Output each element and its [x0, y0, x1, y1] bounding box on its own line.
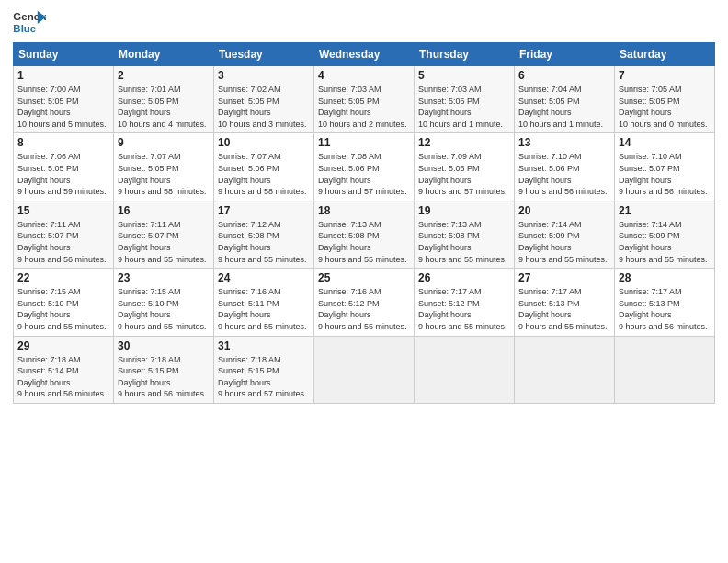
day-number: 19	[418, 204, 510, 217]
day-number: 16	[118, 204, 210, 217]
calendar-cell: 26Sunrise: 7:17 AMSunset: 5:12 PMDayligh…	[415, 269, 515, 336]
day-number: 6	[518, 69, 610, 82]
day-info: Sunrise: 7:05 AMSunset: 5:05 PMDaylight …	[619, 84, 711, 130]
calendar-cell: 10Sunrise: 7:07 AMSunset: 5:06 PMDayligh…	[214, 133, 314, 201]
calendar-cell: 18Sunrise: 7:13 AMSunset: 5:08 PMDayligh…	[314, 201, 415, 268]
day-info: Sunrise: 7:00 AMSunset: 5:05 PMDaylight …	[17, 84, 109, 130]
day-number: 3	[218, 69, 310, 82]
day-info: Sunrise: 7:10 AMSunset: 5:07 PMDaylight …	[619, 151, 711, 197]
day-number: 2	[118, 69, 210, 82]
day-info: Sunrise: 7:02 AMSunset: 5:05 PMDaylight …	[218, 84, 310, 130]
day-number: 8	[17, 136, 109, 149]
day-number: 20	[518, 204, 610, 217]
day-number: 1	[17, 69, 109, 82]
day-info: Sunrise: 7:17 AMSunset: 5:12 PMDaylight …	[418, 286, 510, 332]
day-number: 15	[17, 204, 109, 217]
calendar-cell: 14Sunrise: 7:10 AMSunset: 5:07 PMDayligh…	[615, 133, 715, 201]
calendar-cell: 1Sunrise: 7:00 AMSunset: 5:05 PMDaylight…	[14, 66, 114, 133]
day-number: 26	[418, 271, 510, 284]
day-info: Sunrise: 7:18 AMSunset: 5:15 PMDaylight …	[218, 354, 310, 400]
calendar-cell: 25Sunrise: 7:16 AMSunset: 5:12 PMDayligh…	[314, 269, 415, 336]
calendar-cell: 9Sunrise: 7:07 AMSunset: 5:05 PMDaylight…	[114, 133, 214, 201]
day-number: 23	[118, 271, 210, 284]
calendar-cell	[615, 336, 715, 403]
day-info: Sunrise: 7:16 AMSunset: 5:12 PMDaylight …	[318, 286, 410, 332]
calendar-cell: 6Sunrise: 7:04 AMSunset: 5:05 PMDaylight…	[515, 66, 615, 133]
day-info: Sunrise: 7:18 AMSunset: 5:14 PMDaylight …	[17, 354, 109, 400]
calendar-cell: 11Sunrise: 7:08 AMSunset: 5:06 PMDayligh…	[314, 133, 415, 201]
calendar: SundayMondayTuesdayWednesdayThursdayFrid…	[13, 42, 715, 404]
calendar-cell: 13Sunrise: 7:10 AMSunset: 5:06 PMDayligh…	[515, 133, 615, 201]
day-info: Sunrise: 7:07 AMSunset: 5:06 PMDaylight …	[218, 151, 310, 197]
weekday-header-sunday: Sunday	[14, 43, 114, 66]
calendar-cell	[515, 336, 615, 403]
weekday-header-thursday: Thursday	[415, 43, 515, 66]
day-number: 10	[218, 136, 310, 149]
calendar-cell: 27Sunrise: 7:17 AMSunset: 5:13 PMDayligh…	[515, 269, 615, 336]
svg-text:Blue: Blue	[13, 23, 36, 34]
day-info: Sunrise: 7:17 AMSunset: 5:13 PMDaylight …	[619, 286, 711, 332]
day-number: 7	[619, 69, 711, 82]
day-number: 9	[118, 136, 210, 149]
day-number: 25	[318, 271, 410, 284]
day-number: 13	[518, 136, 610, 149]
page: General Blue SundayMondayTuesdayWednesda…	[0, 0, 728, 563]
calendar-cell: 29Sunrise: 7:18 AMSunset: 5:14 PMDayligh…	[14, 336, 114, 403]
day-number: 29	[17, 339, 109, 352]
day-number: 31	[218, 339, 310, 352]
calendar-cell: 16Sunrise: 7:11 AMSunset: 5:07 PMDayligh…	[114, 201, 214, 268]
day-info: Sunrise: 7:08 AMSunset: 5:06 PMDaylight …	[318, 151, 410, 197]
day-number: 11	[318, 136, 410, 149]
calendar-cell: 22Sunrise: 7:15 AMSunset: 5:10 PMDayligh…	[14, 269, 114, 336]
day-info: Sunrise: 7:10 AMSunset: 5:06 PMDaylight …	[518, 151, 610, 197]
day-info: Sunrise: 7:03 AMSunset: 5:05 PMDaylight …	[418, 84, 510, 130]
calendar-cell: 12Sunrise: 7:09 AMSunset: 5:06 PMDayligh…	[415, 133, 515, 201]
header: General Blue	[13, 9, 715, 37]
day-info: Sunrise: 7:11 AMSunset: 5:07 PMDaylight …	[118, 219, 210, 265]
weekday-header-saturday: Saturday	[615, 43, 715, 66]
day-info: Sunrise: 7:13 AMSunset: 5:08 PMDaylight …	[418, 219, 510, 265]
day-info: Sunrise: 7:16 AMSunset: 5:11 PMDaylight …	[218, 286, 310, 332]
day-info: Sunrise: 7:06 AMSunset: 5:05 PMDaylight …	[17, 151, 109, 197]
calendar-cell: 28Sunrise: 7:17 AMSunset: 5:13 PMDayligh…	[615, 269, 715, 336]
day-info: Sunrise: 7:18 AMSunset: 5:15 PMDaylight …	[118, 354, 210, 400]
calendar-cell: 17Sunrise: 7:12 AMSunset: 5:08 PMDayligh…	[214, 201, 314, 268]
day-info: Sunrise: 7:07 AMSunset: 5:05 PMDaylight …	[118, 151, 210, 197]
day-number: 21	[619, 204, 711, 217]
weekday-header-monday: Monday	[114, 43, 214, 66]
calendar-cell: 19Sunrise: 7:13 AMSunset: 5:08 PMDayligh…	[415, 201, 515, 268]
weekday-header-wednesday: Wednesday	[314, 43, 415, 66]
day-info: Sunrise: 7:01 AMSunset: 5:05 PMDaylight …	[118, 84, 210, 130]
logo-icon: General Blue	[13, 9, 46, 37]
day-number: 30	[118, 339, 210, 352]
day-number: 27	[518, 271, 610, 284]
day-number: 17	[218, 204, 310, 217]
logo: General Blue	[13, 9, 50, 37]
day-number: 12	[418, 136, 510, 149]
calendar-cell: 7Sunrise: 7:05 AMSunset: 5:05 PMDaylight…	[615, 66, 715, 133]
calendar-cell: 3Sunrise: 7:02 AMSunset: 5:05 PMDaylight…	[214, 66, 314, 133]
day-number: 4	[318, 69, 410, 82]
calendar-cell: 4Sunrise: 7:03 AMSunset: 5:05 PMDaylight…	[314, 66, 415, 133]
day-number: 24	[218, 271, 310, 284]
day-info: Sunrise: 7:15 AMSunset: 5:10 PMDaylight …	[118, 286, 210, 332]
calendar-cell: 31Sunrise: 7:18 AMSunset: 5:15 PMDayligh…	[214, 336, 314, 403]
day-info: Sunrise: 7:15 AMSunset: 5:10 PMDaylight …	[17, 286, 109, 332]
weekday-header-friday: Friday	[515, 43, 615, 66]
calendar-cell: 23Sunrise: 7:15 AMSunset: 5:10 PMDayligh…	[114, 269, 214, 336]
calendar-cell: 15Sunrise: 7:11 AMSunset: 5:07 PMDayligh…	[14, 201, 114, 268]
calendar-cell: 20Sunrise: 7:14 AMSunset: 5:09 PMDayligh…	[515, 201, 615, 268]
day-info: Sunrise: 7:03 AMSunset: 5:05 PMDaylight …	[318, 84, 410, 130]
day-number: 14	[619, 136, 711, 149]
day-info: Sunrise: 7:09 AMSunset: 5:06 PMDaylight …	[418, 151, 510, 197]
day-number: 5	[418, 69, 510, 82]
calendar-cell: 8Sunrise: 7:06 AMSunset: 5:05 PMDaylight…	[14, 133, 114, 201]
calendar-cell: 30Sunrise: 7:18 AMSunset: 5:15 PMDayligh…	[114, 336, 214, 403]
day-number: 22	[17, 271, 109, 284]
weekday-header-tuesday: Tuesday	[214, 43, 314, 66]
day-info: Sunrise: 7:13 AMSunset: 5:08 PMDaylight …	[318, 219, 410, 265]
day-number: 28	[619, 271, 711, 284]
day-info: Sunrise: 7:12 AMSunset: 5:08 PMDaylight …	[218, 219, 310, 265]
calendar-cell	[314, 336, 415, 403]
calendar-cell	[415, 336, 515, 403]
